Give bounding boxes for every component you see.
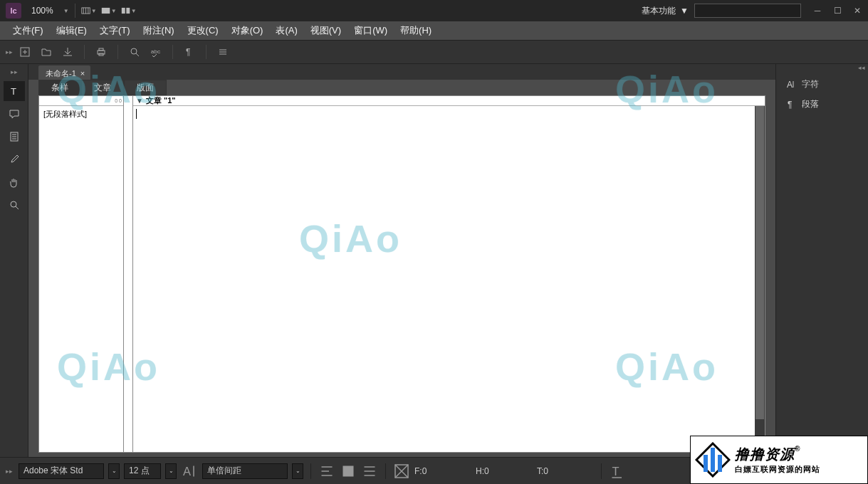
document-tab-label: 未命名-1 (46, 68, 76, 79)
note-tool-icon[interactable] (4, 104, 25, 124)
svg-text:T: T (612, 465, 619, 478)
svg-text:T: T (11, 86, 16, 97)
svg-point-13 (131, 48, 137, 54)
menu-icon[interactable] (212, 43, 234, 61)
divider (75, 4, 75, 18)
right-expand[interactable]: ◂◂ (776, 64, 868, 74)
menu-table[interactable]: 表(A) (270, 21, 303, 40)
chevron-down-icon: ▼ (63, 8, 69, 14)
svg-line-26 (16, 206, 19, 209)
style-column: 0 0 [无段落样式] (38, 95, 124, 453)
metric-h: H:0 (476, 466, 533, 476)
toolbar-collapse[interactable]: ▸▸ (6, 48, 14, 56)
app-logo: Ic (6, 3, 21, 19)
text-tool-icon[interactable]: T (609, 463, 626, 479)
chevron-down-icon: ▼ (111, 8, 117, 14)
hand-tool-icon[interactable] (4, 172, 25, 192)
svg-rect-5 (121, 8, 125, 14)
size-dropdown[interactable]: ⌄ (165, 463, 177, 479)
svg-text:¶: ¶ (186, 47, 190, 57)
menu-window[interactable]: 窗口(W) (348, 21, 393, 40)
workspace-select[interactable]: 基本功能 ▼ (642, 5, 689, 17)
left-expand[interactable]: ▸▸ (11, 68, 18, 78)
view-mode-icon-1[interactable]: ▼ (81, 4, 97, 17)
workspace-label: 基本功能 (642, 5, 676, 17)
font-value: Adobe 宋体 Std (23, 465, 83, 477)
text-column: ▼ 文章 "1" (132, 95, 765, 453)
size-value: 12 点 (129, 465, 150, 477)
scroll-thumb[interactable] (755, 106, 764, 419)
svg-rect-4 (101, 8, 109, 14)
collapse-arrow-icon[interactable]: ▼ (136, 97, 143, 105)
eyedropper-tool-icon[interactable] (4, 149, 25, 169)
print-icon[interactable] (90, 43, 112, 61)
menu-text[interactable]: 文字(T) (94, 21, 136, 40)
titlebar-icon-group: ▼ ▼ ▼ (81, 4, 137, 17)
open-icon[interactable] (36, 43, 57, 61)
chevron-down-icon: ▼ (131, 8, 137, 14)
font-select[interactable]: Adobe 宋体 Std (19, 463, 104, 479)
menu-view[interactable]: 视图(V) (305, 21, 347, 40)
page-tool-icon[interactable] (4, 127, 25, 147)
window-controls: ─ ☐ ✕ (812, 6, 862, 16)
corner-badge: 撸撸资源 ® 白嫖互联网资源的网站 (690, 436, 868, 484)
sub-tab-style[interactable]: 条样 (38, 80, 81, 95)
svg-point-25 (11, 201, 16, 207)
spacing-dropdown[interactable]: ⌄ (292, 463, 303, 479)
menu-notes[interactable]: 附注(N) (137, 21, 180, 40)
metric-t: T:0 (537, 466, 594, 476)
save-icon[interactable] (57, 43, 78, 61)
zoom-select[interactable]: 100% ▼ (31, 6, 69, 16)
close-button[interactable]: ✕ (852, 6, 862, 16)
article-label: 文章 "1" (146, 95, 176, 106)
panel-char-label: 字符 (802, 78, 819, 90)
search-icon[interactable] (124, 43, 145, 61)
search-input[interactable] (694, 4, 801, 18)
sub-tab-article[interactable]: 文章 (81, 80, 124, 95)
align-icon-2[interactable] (340, 463, 357, 479)
tab-close-icon[interactable]: × (80, 69, 85, 78)
separator (601, 463, 602, 479)
svg-rect-35 (343, 465, 354, 476)
panel-para[interactable]: ¶ 段落 (776, 94, 868, 114)
right-panel: ◂◂ A 字符 ¶ 段落 (775, 64, 868, 457)
panel-char[interactable]: A 字符 (776, 74, 868, 94)
frame-icon[interactable] (393, 463, 410, 479)
pilcrow-icon[interactable]: ¶ (179, 43, 200, 61)
maximize-button[interactable]: ☐ (832, 6, 842, 16)
panel-para-label: 段落 (802, 98, 819, 110)
new-doc-icon[interactable] (14, 43, 36, 61)
sub-tab-bar: 条样 文章 版面 (28, 80, 775, 95)
type-tool-icon[interactable]: T (4, 81, 25, 101)
badge-sub-label: 白嫖互联网资源的网站 (735, 464, 820, 475)
view-mode-icon-3[interactable]: ▼ (121, 4, 137, 17)
size-select[interactable]: 12 点 (124, 463, 161, 479)
align-icon-3[interactable] (361, 463, 378, 479)
svg-line-14 (136, 53, 139, 56)
paragraph-style-label[interactable]: [无段落样式] (39, 106, 123, 122)
sub-tab-layout[interactable]: 版面 (124, 80, 167, 95)
text-area[interactable] (133, 106, 765, 124)
menu-help[interactable]: 帮助(H) (394, 21, 437, 40)
vertical-scrollbar[interactable] (755, 106, 765, 452)
spellcheck-icon[interactable]: abc (145, 43, 167, 61)
article-header[interactable]: ▼ 文章 "1" (133, 96, 765, 106)
minimize-button[interactable]: ─ (812, 6, 822, 16)
spacing-select[interactable]: 单倍间距 (202, 463, 288, 479)
spacing-value: 单倍间距 (207, 465, 241, 477)
text-cursor (136, 109, 137, 119)
font-dropdown[interactable]: ⌄ (108, 463, 120, 479)
column-gutter[interactable] (124, 95, 132, 453)
align-icon-1[interactable] (318, 463, 335, 479)
badge-text: 撸撸资源 ® 白嫖互联网资源的网站 (735, 445, 820, 475)
menu-object[interactable]: 对象(O) (226, 21, 269, 40)
leading-icon[interactable]: A (181, 463, 198, 479)
document-tab[interactable]: 未命名-1 × (38, 65, 90, 80)
metric-f: F:0 (414, 466, 471, 476)
zoom-tool-icon[interactable] (4, 195, 25, 215)
view-mode-icon-2[interactable]: ▼ (101, 4, 117, 17)
menu-edit[interactable]: 编辑(E) (51, 21, 93, 40)
menu-file[interactable]: 文件(F) (7, 21, 49, 40)
bottombar-collapse[interactable]: ▸▸ (6, 468, 14, 475)
menu-changes[interactable]: 更改(C) (182, 21, 224, 40)
